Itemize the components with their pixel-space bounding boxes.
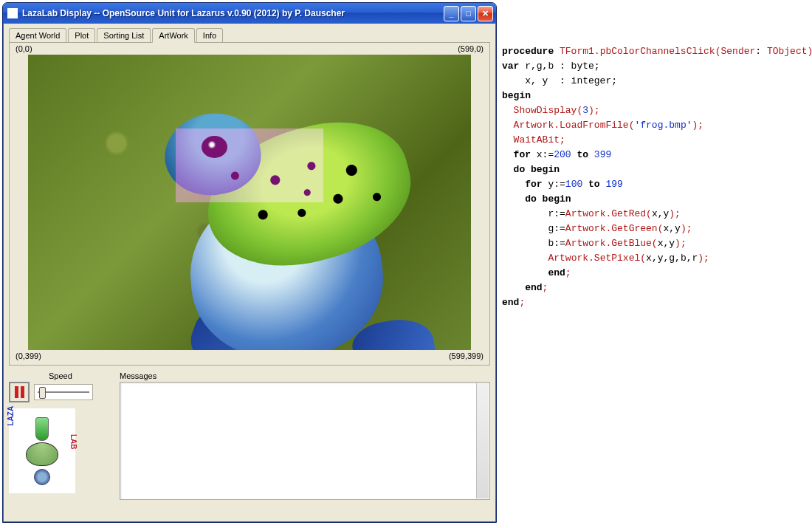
speed-label: Speed xyxy=(49,371,112,380)
close-button[interactable]: ✕ xyxy=(478,6,493,21)
content-area: Agent World Plot Sorting List ArtWork In… xyxy=(3,24,496,522)
gear-icon xyxy=(34,469,50,485)
messages-textarea[interactable] xyxy=(120,382,490,500)
coord-bottom-left: (0,399) xyxy=(16,352,41,360)
left-controls: Speed LAZA LAB xyxy=(9,371,112,500)
pause-icon xyxy=(15,386,24,398)
window-title: LazaLab Display -- OpenSource Unit for L… xyxy=(22,8,444,18)
tab-sorting-list[interactable]: Sorting List xyxy=(97,28,151,42)
coord-bottom-right: (599,399) xyxy=(449,352,484,360)
code-kw: procedure xyxy=(502,46,554,57)
flask-icon xyxy=(26,442,58,466)
maximize-button[interactable]: □ xyxy=(461,6,476,21)
minimize-button[interactable]: _ xyxy=(444,6,459,21)
bottom-panel: Speed LAZA LAB xyxy=(9,371,490,500)
coord-top-right: (599,0) xyxy=(458,44,484,53)
logo-text-laza: LAZA xyxy=(7,406,15,426)
color-swap-region xyxy=(176,128,323,202)
coord-top-left: (0,0) xyxy=(16,44,32,53)
test-tube-icon xyxy=(35,417,49,441)
lazalab-logo: LAZA LAB xyxy=(9,408,75,493)
tab-info[interactable]: Info xyxy=(196,28,223,42)
code-panel: procedure TForm1.pbColorChannelsClick(Se… xyxy=(502,30,808,310)
messages-column: Messages xyxy=(120,371,490,500)
pause-button[interactable] xyxy=(9,382,30,402)
slider-thumb[interactable] xyxy=(39,387,46,399)
logo-text-lab: LAB xyxy=(70,434,78,450)
speed-slider[interactable] xyxy=(34,384,93,400)
window-buttons: _ □ ✕ xyxy=(444,6,493,21)
app-icon xyxy=(7,8,18,18)
titlebar[interactable]: LazaLab Display -- OpenSource Unit for L… xyxy=(3,3,496,24)
tab-plot[interactable]: Plot xyxy=(68,28,95,42)
tab-agent-world[interactable]: Agent World xyxy=(9,28,66,42)
messages-label: Messages xyxy=(120,371,490,380)
artwork-canvas[interactable] xyxy=(28,55,471,350)
app-window: LazaLab Display -- OpenSource Unit for L… xyxy=(2,2,497,523)
tab-artwork[interactable]: ArtWork xyxy=(152,28,195,43)
tab-strip: Agent World Plot Sorting List ArtWork In… xyxy=(9,28,490,42)
canvas-panel: (0,0) (599,0) (0,399) (599,399) xyxy=(9,42,490,366)
